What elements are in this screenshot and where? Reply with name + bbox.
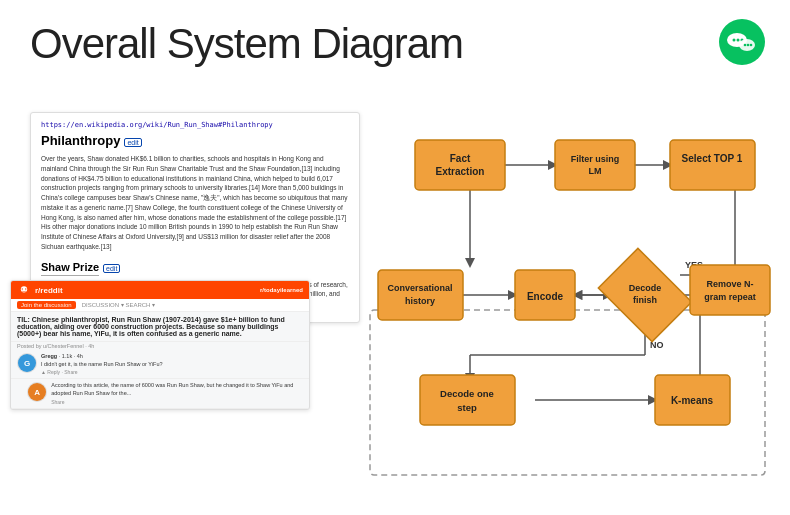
svg-point-2 [733, 39, 736, 42]
reddit-avatar-1: G [17, 353, 37, 373]
flowchart-svg: YES NO Fact Extraction Filter using LM S… [360, 110, 780, 490]
wiki-section-shaw-prize: Shaw Prize [41, 261, 99, 276]
svg-rect-37 [670, 140, 755, 190]
svg-rect-31 [415, 140, 505, 190]
svg-text:Encode: Encode [527, 291, 564, 302]
svg-rect-50 [420, 375, 515, 425]
flowchart: YES NO Fact Extraction Filter using LM S… [360, 110, 780, 490]
reddit-comment-actions-2: Share [51, 399, 303, 405]
reddit-comment-text-2: According to this article, the name of 6… [51, 382, 303, 397]
svg-rect-39 [378, 270, 463, 320]
reddit-post-title: TIL: Chinese philanthropist, Run Run Sha… [11, 312, 309, 342]
reddit-comment-1: G Gregg · 1.1k · 4h I didn't get it, is … [11, 350, 309, 379]
svg-rect-34 [555, 140, 635, 190]
svg-text:finish: finish [633, 295, 657, 305]
svg-text:Extraction: Extraction [436, 166, 485, 177]
svg-text:Decode: Decode [629, 283, 662, 293]
reddit-comment-actions-1: ▲ Reply · Share [41, 369, 163, 375]
wechat-icon [718, 18, 766, 66]
page-container: Overall System Diagram https://en.wikipe… [0, 0, 790, 515]
reddit-avatar-2: A [27, 382, 47, 402]
svg-text:Conversational: Conversational [387, 283, 452, 293]
svg-point-12 [25, 288, 26, 289]
reddit-subheader: Join the discussion DISCUSSION ▾ SEARCH … [11, 299, 309, 312]
reddit-brand: r/reddit [35, 286, 63, 295]
reddit-header-right: r/todayilearned [260, 287, 303, 293]
svg-text:Select TOP 1: Select TOP 1 [682, 153, 743, 164]
reddit-comment-2: A According to this article, the name of… [11, 379, 309, 408]
wiki-url: https://en.wikipedia.org/wiki/Run_Run_Sh… [41, 121, 349, 129]
svg-point-6 [744, 44, 747, 47]
reddit-comment-text-1: Gregg · 1.1k · 4h I didn't get it, is th… [41, 353, 163, 368]
wiki-edit-btn[interactable]: edit [124, 138, 141, 147]
svg-text:history: history [405, 296, 435, 306]
svg-text:gram repeat: gram repeat [704, 292, 756, 302]
svg-rect-47 [690, 265, 770, 315]
svg-text:K-means: K-means [671, 395, 714, 406]
page-title: Overall System Diagram [30, 20, 760, 68]
wiki-paragraph1: Over the years, Shaw donated HK$6.1 bill… [41, 154, 349, 252]
svg-text:step: step [457, 402, 477, 413]
svg-text:Fact: Fact [450, 153, 471, 164]
wiki-section-philanthropy: Philanthropy [41, 133, 120, 148]
svg-text:LM: LM [589, 166, 602, 176]
svg-text:Filter using: Filter using [571, 154, 620, 164]
svg-text:Decode one: Decode one [440, 388, 494, 399]
reddit-header: r/reddit r/todayilearned [11, 281, 309, 299]
reddit-post-meta: Posted by u/ChesterFennel · 4h [11, 342, 309, 350]
reddit-join-btn[interactable]: Join the discussion [17, 301, 76, 309]
wiki-edit-btn2[interactable]: edit [103, 264, 120, 273]
svg-text:Remove N-: Remove N- [706, 279, 753, 289]
svg-point-8 [750, 44, 753, 47]
svg-point-7 [747, 44, 750, 47]
svg-point-11 [22, 288, 23, 289]
svg-point-3 [737, 39, 740, 42]
reddit-snippet: r/reddit r/todayilearned Join the discus… [10, 280, 310, 410]
